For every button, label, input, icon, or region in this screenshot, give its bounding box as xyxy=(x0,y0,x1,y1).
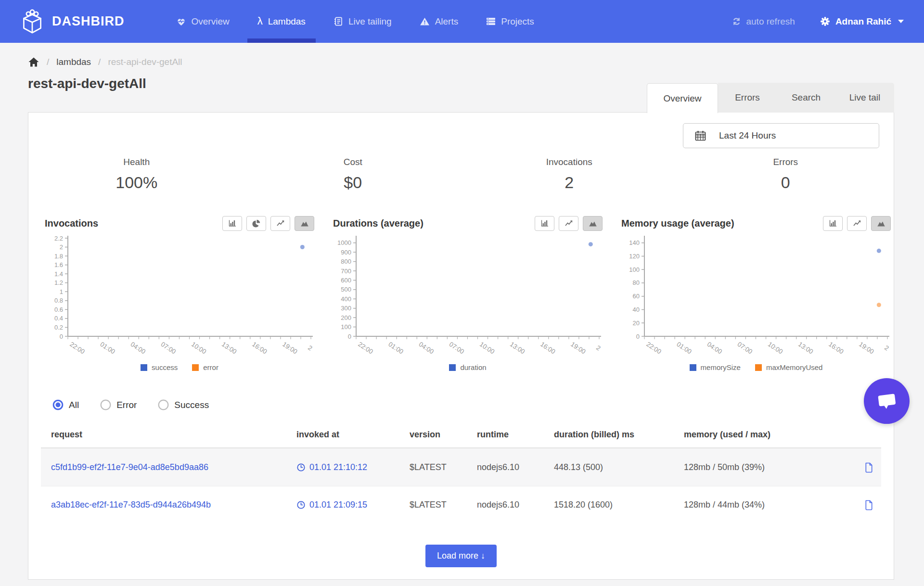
pie-chart-type-button[interactable] xyxy=(246,216,266,231)
radio-all[interactable]: All xyxy=(52,399,79,410)
svg-text:07:00: 07:00 xyxy=(736,341,754,356)
breadcrumb-lambdas[interactable]: lambdas xyxy=(56,57,91,67)
col-version: version xyxy=(410,430,477,440)
chart-invocations: Invocations00.20.40.60.811.21.41.61.822.… xyxy=(45,213,314,371)
chart-type-buttons xyxy=(535,216,603,231)
svg-text:01:00: 01:00 xyxy=(675,341,693,356)
breadcrumb: / lambdas / rest-api-dev-getAll xyxy=(28,57,182,67)
stat-value: 0 xyxy=(678,173,894,192)
tab-overview[interactable]: Overview xyxy=(647,83,718,113)
calendar-icon xyxy=(695,130,706,141)
area-chart-type-button[interactable] xyxy=(871,216,891,231)
line-chart-type-button[interactable] xyxy=(270,216,290,231)
runtime-cell: nodejs6.10 xyxy=(477,500,554,510)
svg-text:10:00: 10:00 xyxy=(767,341,784,356)
radio-selected-icon xyxy=(52,399,64,410)
warning-icon xyxy=(420,17,430,26)
clock-icon xyxy=(296,500,306,510)
request-link[interactable]: a3ab18ec-ef2f-11e7-83d5-d944a26b494b xyxy=(51,500,296,510)
svg-text:01:00: 01:00 xyxy=(387,341,405,356)
auto-refresh-label: auto refresh xyxy=(746,16,795,27)
invocations-table: request invoked at version runtime durat… xyxy=(41,430,881,523)
col-request: request xyxy=(51,430,296,440)
nav-item-label: Alerts xyxy=(435,16,459,27)
svg-text:10:00: 10:00 xyxy=(478,341,496,356)
breadcrumb-separator: / xyxy=(47,57,49,67)
svg-text:13:00: 13:00 xyxy=(509,341,526,356)
chart-legend: memorySizemaxMemoryUsed xyxy=(621,363,891,371)
svg-text:19:00: 19:00 xyxy=(858,341,875,356)
home-icon[interactable] xyxy=(28,57,39,67)
svg-text:16:00: 16:00 xyxy=(539,341,557,356)
result-filter-group: All Error Success xyxy=(52,399,894,410)
radio-error[interactable]: Error xyxy=(100,399,137,410)
log-document-icon[interactable] xyxy=(864,462,873,473)
runtime-cell: nodejs6.10 xyxy=(477,462,554,472)
chart-plot-area: 0100200300400500600700800900100022:0001:… xyxy=(333,233,603,362)
user-menu[interactable]: Adnan Rahić xyxy=(820,16,904,27)
nav-item-lambdas[interactable]: λLambdas xyxy=(244,0,320,43)
svg-text:40: 40 xyxy=(633,306,640,313)
invoked-at-link[interactable]: 01.01 21:09:15 xyxy=(296,500,410,510)
svg-text:0: 0 xyxy=(636,333,640,340)
stats-row: Health 100% Cost $0 Invocations 2 Errors… xyxy=(28,157,894,192)
svg-text:04:00: 04:00 xyxy=(417,341,435,356)
bar-chart-type-button[interactable] xyxy=(535,216,554,231)
brand[interactable]: DASHBIRD xyxy=(20,9,125,35)
charts-row: Invocations00.20.40.60.811.21.41.61.822.… xyxy=(45,213,876,371)
nav-item-projects[interactable]: Projects xyxy=(472,0,548,43)
svg-text:1.4: 1.4 xyxy=(54,270,63,278)
bar-chart-type-button[interactable] xyxy=(222,216,242,231)
auto-refresh-button[interactable]: auto refresh xyxy=(732,16,795,27)
chat-widget-button[interactable] xyxy=(864,378,910,424)
refresh-icon xyxy=(732,17,741,26)
nav-item-alerts[interactable]: Alerts xyxy=(406,0,473,43)
col-memory: memory (used / max) xyxy=(684,430,864,440)
tab-live-tail[interactable]: Live tail xyxy=(835,83,894,113)
radio-success[interactable]: Success xyxy=(158,399,209,410)
invoked-at-label: 01.01 21:09:15 xyxy=(309,500,367,510)
svg-text:0.8: 0.8 xyxy=(54,297,63,304)
log-document-icon[interactable] xyxy=(864,499,873,510)
chart-durations-average: Durations (average)010020030040050060070… xyxy=(333,213,603,371)
invoked-at-link[interactable]: 01.01 21:10:12 xyxy=(296,462,410,472)
legend-swatch xyxy=(449,364,456,371)
svg-text:1: 1 xyxy=(60,288,63,295)
stat-value: 100% xyxy=(28,173,245,192)
duration-cell: 1518.20 (1600) xyxy=(554,500,684,510)
svg-text:22:00: 22:00 xyxy=(357,341,374,356)
heart-pulse-icon xyxy=(176,17,186,26)
stat-errors: Errors 0 xyxy=(678,157,894,192)
svg-text:2: 2 xyxy=(307,344,313,352)
bar-chart-type-button[interactable] xyxy=(823,216,843,231)
lambda-icon: λ xyxy=(257,16,263,27)
svg-text:19:00: 19:00 xyxy=(281,341,299,356)
area-chart-type-button[interactable] xyxy=(295,216,314,231)
svg-text:13:00: 13:00 xyxy=(220,341,238,356)
svg-text:1.2: 1.2 xyxy=(54,279,63,286)
table-header: request invoked at version runtime durat… xyxy=(41,430,881,448)
main-nav: OverviewλLambdasLive tailingAlertsProjec… xyxy=(162,0,548,43)
request-link[interactable]: c5fd1b99-ef2f-11e7-9e04-ad8e5bd9aa86 xyxy=(51,462,296,472)
nav-item-live-tailing[interactable]: Live tailing xyxy=(320,0,406,43)
legend-label: success xyxy=(152,363,178,371)
svg-text:22:00: 22:00 xyxy=(645,341,663,356)
svg-text:2: 2 xyxy=(60,243,63,251)
nav-item-overview[interactable]: Overview xyxy=(162,0,244,43)
legend-item-success: success xyxy=(141,363,178,371)
stat-value: $0 xyxy=(245,173,462,192)
svg-text:100: 100 xyxy=(629,266,640,273)
data-point-maxMemoryUsed xyxy=(877,303,881,307)
user-name: Adnan Rahić xyxy=(835,16,891,27)
tab-search[interactable]: Search xyxy=(777,83,835,113)
time-range-picker[interactable]: Last 24 Hours xyxy=(683,123,879,148)
top-navbar: DASHBIRD OverviewλLambdasLive tailingAle… xyxy=(0,0,924,43)
svg-text:04:00: 04:00 xyxy=(129,341,147,356)
tab-errors[interactable]: Errors xyxy=(718,83,777,113)
load-more-button[interactable]: Load more ↓ xyxy=(425,545,497,567)
legend-label: error xyxy=(203,363,218,371)
chart-legend: successerror xyxy=(45,363,314,371)
line-chart-type-button[interactable] xyxy=(559,216,578,231)
area-chart-type-button[interactable] xyxy=(583,216,603,231)
line-chart-type-button[interactable] xyxy=(847,216,867,231)
